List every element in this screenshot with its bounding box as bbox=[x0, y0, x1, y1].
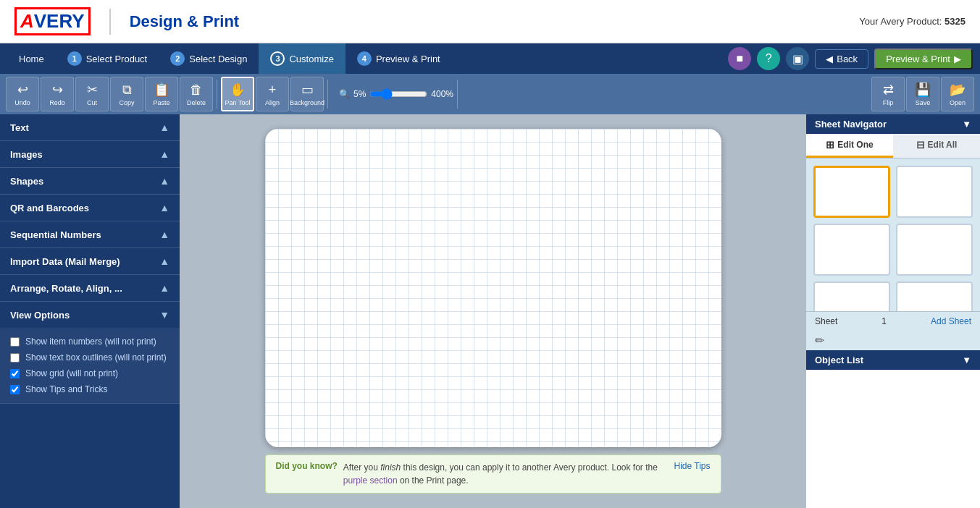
nav-step-4[interactable]: 4 Preview & Print bbox=[345, 43, 452, 74]
sequential-chevron-icon: ▲ bbox=[159, 229, 169, 240]
sidebar-images-header[interactable]: Images ▲ bbox=[0, 141, 180, 167]
flip-button[interactable]: ⇄ Flip bbox=[871, 77, 905, 111]
show-item-numbers-option[interactable]: Show item numbers (will not print) bbox=[10, 334, 169, 350]
nav-home[interactable]: Home bbox=[7, 43, 56, 74]
paste-icon: 📋 bbox=[154, 82, 169, 98]
align-button[interactable]: + Align bbox=[256, 77, 289, 111]
images-chevron-icon: ▲ bbox=[159, 148, 169, 160]
open-button[interactable]: 📂 Open bbox=[941, 77, 974, 111]
sidebar-text-section: Text ▲ bbox=[0, 114, 180, 141]
background-icon: ▭ bbox=[301, 82, 314, 98]
sheet-footer: Sheet 1 Add Sheet bbox=[806, 311, 980, 331]
sidebar-arrange-section: Arrange, Rotate, Align, ... ▲ bbox=[0, 275, 180, 302]
delete-icon: 🗑 bbox=[190, 82, 203, 98]
redo-button[interactable]: ↪ Redo bbox=[41, 77, 74, 111]
show-tips-checkbox[interactable] bbox=[10, 385, 20, 394]
hide-tips-link[interactable]: Hide Tips bbox=[674, 461, 710, 471]
sidebar-images-section: Images ▲ bbox=[0, 141, 180, 168]
copy-icon: ⧉ bbox=[122, 82, 132, 98]
edit-all-tab[interactable]: ⊟ Edit All bbox=[893, 134, 980, 158]
tip-label: Did you know? bbox=[276, 461, 338, 471]
main-area: Text ▲ Images ▲ Shapes ▲ QR and Barcodes… bbox=[0, 114, 980, 508]
sheet-navigator-header: Sheet Navigator ▼ bbox=[806, 114, 980, 134]
show-text-box-option[interactable]: Show text box outlines (will not print) bbox=[10, 350, 169, 365]
sidebar-arrange-header[interactable]: Arrange, Rotate, Align, ... ▲ bbox=[0, 275, 180, 301]
edit-one-tab[interactable]: ⊞ Edit One bbox=[806, 134, 893, 158]
cut-button[interactable]: ✂ Cut bbox=[75, 77, 109, 111]
open-icon: 📂 bbox=[950, 82, 966, 98]
canvas-wrapper bbox=[265, 129, 721, 447]
copy-button[interactable]: ⧉ Copy bbox=[110, 77, 143, 111]
sidebar-text-header[interactable]: Text ▲ bbox=[0, 114, 180, 140]
zoom-area: 🔍 5% 400% bbox=[339, 88, 453, 100]
sidebar: Text ▲ Images ▲ Shapes ▲ QR and Barcodes… bbox=[0, 114, 180, 508]
edit-pencil-area[interactable]: ✏ bbox=[806, 331, 980, 350]
label-cell-2[interactable] bbox=[896, 166, 973, 218]
background-button[interactable]: ▭ Background bbox=[290, 77, 324, 111]
tip-text: After you finish this design, you can ap… bbox=[343, 461, 667, 487]
tip-banner: Did you know? After you finish this desi… bbox=[265, 454, 721, 494]
delete-button[interactable]: 🗑 Delete bbox=[180, 77, 213, 111]
nav-record-btn[interactable]: ■ bbox=[728, 47, 751, 70]
step-1-circle: 1 bbox=[67, 51, 82, 66]
navigation-bar: Home 1 Select Product 2 Select Design 3 … bbox=[0, 43, 980, 74]
save-button[interactable]: 💾 Save bbox=[906, 77, 939, 111]
edit-one-icon: ⊞ bbox=[826, 139, 834, 151]
redo-icon: ↪ bbox=[52, 82, 63, 98]
label-cell-4[interactable] bbox=[896, 224, 973, 276]
view-chevron-icon: ▼ bbox=[159, 309, 169, 321]
product-info: Your Avery Product: 5325 bbox=[859, 16, 966, 27]
paste-button[interactable]: 📋 Paste bbox=[145, 77, 178, 111]
nav-step-2[interactable]: 2 Select Design bbox=[159, 43, 259, 74]
object-list-chevron-icon: ▼ bbox=[962, 355, 971, 365]
toolbar-separator-1 bbox=[217, 80, 217, 109]
object-list-header: Object List ▼ bbox=[806, 350, 980, 370]
show-text-box-checkbox[interactable] bbox=[10, 353, 20, 363]
import-chevron-icon: ▲ bbox=[159, 255, 169, 267]
nav-monitor-btn[interactable]: ▣ bbox=[786, 47, 809, 70]
preview-print-button[interactable]: Preview & Print ▶ bbox=[874, 48, 973, 69]
nav-help-btn[interactable]: ? bbox=[757, 47, 780, 70]
sidebar-shapes-header[interactable]: Shapes ▲ bbox=[0, 168, 180, 194]
zoom-slider[interactable] bbox=[369, 88, 427, 100]
nav-step-3[interactable]: 3 Customize bbox=[259, 43, 345, 74]
show-grid-checkbox[interactable] bbox=[10, 369, 20, 378]
toolbar: ↩ Undo ↪ Redo ✂ Cut ⧉ Copy 📋 Paste 🗑 Del… bbox=[0, 74, 980, 114]
sidebar-sequential-section: Sequential Numbers ▲ bbox=[0, 221, 180, 248]
shapes-chevron-icon: ▲ bbox=[159, 175, 169, 187]
cut-icon: ✂ bbox=[87, 82, 98, 98]
label-cell-6[interactable] bbox=[896, 281, 973, 311]
toolbar-separator-3 bbox=[457, 80, 458, 109]
label-cell-5[interactable] bbox=[813, 281, 890, 311]
label-cell-1[interactable] bbox=[813, 166, 890, 218]
nav-step-1[interactable]: 1 Select Product bbox=[56, 43, 159, 74]
view-options-panel: Show item numbers (will not print) Show … bbox=[0, 328, 180, 403]
sidebar-sequential-header[interactable]: Sequential Numbers ▲ bbox=[0, 221, 180, 247]
edit-tabs: ⊞ Edit One ⊟ Edit All bbox=[806, 134, 980, 158]
qr-chevron-icon: ▲ bbox=[159, 202, 169, 213]
sidebar-shapes-section: Shapes ▲ bbox=[0, 168, 180, 195]
canvas-area: Did you know? After you finish this desi… bbox=[180, 114, 806, 508]
sidebar-view-header[interactable]: View Options ▼ bbox=[0, 302, 180, 328]
show-item-numbers-checkbox[interactable] bbox=[10, 337, 20, 347]
sidebar-import-section: Import Data (Mail Merge) ▲ bbox=[0, 248, 180, 275]
sidebar-qr-header[interactable]: QR and Barcodes ▲ bbox=[0, 195, 180, 221]
pan-tool-button[interactable]: ✋ Pan Tool bbox=[221, 77, 254, 111]
label-grid bbox=[806, 158, 980, 311]
logo: AVERY bbox=[14, 7, 91, 35]
step-2-circle: 2 bbox=[170, 51, 185, 66]
edit-all-icon: ⊟ bbox=[916, 139, 925, 151]
header-divider bbox=[109, 9, 111, 35]
undo-button[interactable]: ↩ Undo bbox=[6, 77, 39, 111]
zoom-icon: 🔍 bbox=[339, 89, 350, 99]
show-grid-option[interactable]: Show grid (will not print) bbox=[10, 365, 169, 381]
label-cell-3[interactable] bbox=[813, 224, 890, 276]
save-icon: 💾 bbox=[915, 82, 931, 98]
header: AVERY Design & Print Your Avery Product:… bbox=[0, 0, 980, 43]
add-sheet-link[interactable]: Add Sheet bbox=[931, 316, 971, 326]
right-panel: Sheet Navigator ▼ ⊞ Edit One ⊟ Edit All … bbox=[806, 114, 980, 508]
show-tips-option[interactable]: Show Tips and Tricks bbox=[10, 381, 169, 397]
arrange-chevron-icon: ▲ bbox=[159, 282, 169, 294]
back-button[interactable]: ◀ Back bbox=[815, 49, 868, 69]
sidebar-import-header[interactable]: Import Data (Mail Merge) ▲ bbox=[0, 248, 180, 274]
